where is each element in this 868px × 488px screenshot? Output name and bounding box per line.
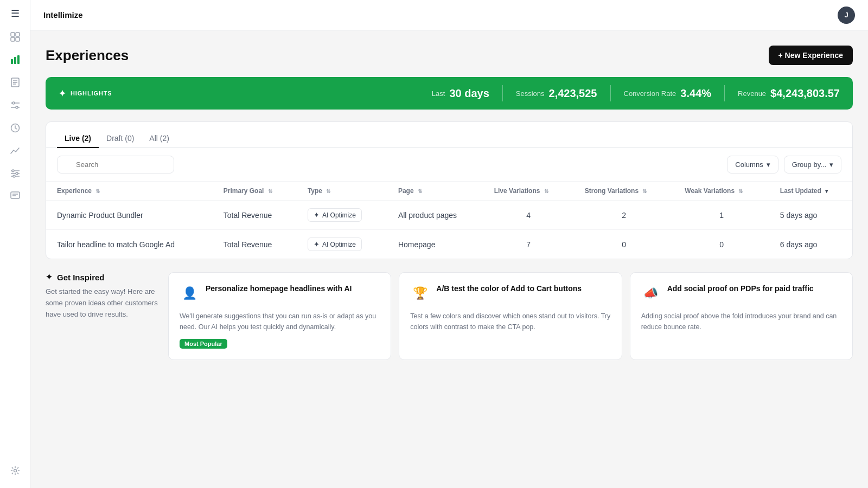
svg-rect-6 (17, 55, 20, 64)
card-title: A/B test the color of Add to Cart button… (436, 284, 582, 294)
th-last-updated[interactable]: Last Updated ▾ (769, 182, 852, 201)
sort-icon: ⇅ (642, 188, 647, 194)
highlights-last-stat: Last 30 days (432, 87, 489, 100)
th-page[interactable]: Page ⇅ (387, 182, 483, 201)
history-icon[interactable] (5, 118, 25, 138)
svg-point-11 (12, 102, 15, 104)
topbar: Intellimize J (30, 0, 868, 30)
get-inspired-title: ✦ Get Inspired (46, 272, 159, 282)
card-title: Add social proof on PDPs for paid traffi… (667, 284, 814, 294)
th-primary-goal[interactable]: Primary Goal ⇅ (213, 182, 297, 201)
main-content: Intellimize J Experiences + New Experien… (30, 0, 868, 488)
page-header: Experiences + New Experience (46, 46, 853, 65)
svg-rect-0 (11, 33, 15, 36)
card-header: 📣 Add social proof on PDPs for paid traf… (641, 284, 841, 303)
get-inspired-desc: Get started the easy way! Here are some … (46, 286, 159, 320)
cell-strong-variations: 2 (574, 201, 674, 230)
sort-icon: ⇅ (738, 188, 743, 194)
cell-experience: Dynamic Product Bundler (46, 201, 213, 230)
cell-last-updated: 5 days ago (769, 201, 852, 230)
wand-icon: ✦ (314, 211, 320, 219)
brand-name: Intellimize (43, 10, 83, 20)
content-area: Experiences + New Experience ✦ HIGHLIGHT… (30, 30, 868, 488)
tab-live[interactable]: Live (2) (57, 130, 99, 148)
cell-primary-goal: Total Revenue (213, 230, 297, 259)
highlights-conversion-stat: Conversion Rate 3.44% (624, 87, 712, 100)
svg-point-27 (14, 470, 16, 472)
page-title: Experiences (46, 47, 129, 64)
avatar[interactable]: J (838, 7, 855, 24)
tab-all[interactable]: All (2) (142, 130, 177, 148)
sort-desc-icon: ▾ (825, 188, 828, 194)
card-title: Personalize homepage headlines with AI (206, 284, 352, 294)
highlights-sessions-stat: Sessions 2,423,525 (516, 87, 597, 100)
wand-icon: ✦ (314, 240, 320, 248)
gear-bottom-icon[interactable] (5, 461, 25, 480)
search-wrapper (57, 156, 722, 174)
tune-icon[interactable] (5, 164, 25, 183)
tabs: Live (2) Draft (0) All (2) (46, 122, 852, 148)
cell-primary-goal: Total Revenue (213, 201, 297, 230)
card-description: We'll generate suggestions that you can … (180, 311, 380, 332)
highlights-label: ✦ HIGHLIGHTS (59, 88, 112, 99)
sparkle-icon: ✦ (59, 88, 66, 99)
new-experience-button[interactable]: + New Experience (769, 46, 853, 65)
cell-type: ✦ AI Optimize (297, 230, 387, 259)
svg-rect-3 (16, 37, 20, 41)
svg-point-21 (12, 170, 14, 172)
svg-point-22 (16, 172, 18, 175)
search-input[interactable] (57, 156, 174, 174)
ai-badge: ✦ AI Optimize (308, 208, 362, 222)
highlights-banner: ✦ HIGHLIGHTS Last 30 days Sessions 2,423… (46, 77, 853, 110)
card-description: Adding social proof above the fold intro… (641, 311, 841, 332)
inspiration-cards: 👤 Personalize homepage headlines with AI… (168, 272, 853, 360)
cell-live-variations: 4 (483, 201, 574, 230)
group-by-button[interactable]: Group by... ▾ (784, 156, 841, 174)
grid-icon[interactable] (5, 27, 25, 47)
th-strong-variations[interactable]: Strong Variations ⇅ (574, 182, 674, 201)
document-icon[interactable] (5, 73, 25, 92)
inspiration-card[interactable]: 📣 Add social proof on PDPs for paid traf… (630, 272, 853, 360)
inspiration-card[interactable]: 🏆 A/B test the color of Add to Cart butt… (399, 272, 622, 360)
ai-badge: ✦ AI Optimize (308, 237, 362, 251)
inspiration-card[interactable]: 👤 Personalize homepage headlines with AI… (168, 272, 391, 360)
th-weak-variations[interactable]: Weak Variations ⇅ (674, 182, 769, 201)
get-inspired-intro: ✦ Get Inspired Get started the easy way!… (46, 272, 159, 360)
svg-point-14 (16, 106, 18, 108)
svg-rect-24 (11, 192, 20, 198)
divider-2 (610, 85, 611, 101)
th-live-variations[interactable]: Live Variations ⇅ (483, 182, 574, 201)
sort-icon: ⇅ (268, 188, 272, 194)
analytics-icon[interactable] (5, 141, 25, 160)
table-row[interactable]: Dynamic Product Bundler Total Revenue ✦ … (46, 201, 852, 230)
card-icon: 🏆 (410, 284, 430, 303)
chart-bar-icon[interactable] (5, 50, 25, 69)
sort-icon: ⇅ (326, 188, 330, 194)
svg-rect-1 (16, 33, 20, 36)
sort-icon: ⇅ (95, 188, 100, 194)
th-experience[interactable]: Experience ⇅ (46, 182, 213, 201)
table-card: Live (2) Draft (0) All (2) Columns (46, 121, 853, 259)
cell-weak-variations: 0 (674, 230, 769, 259)
cell-page: Homepage (387, 230, 483, 259)
th-type[interactable]: Type ⇅ (297, 182, 387, 201)
card-description: Test a few colors and discover which one… (410, 311, 610, 332)
menu-icon[interactable]: ☰ (11, 8, 20, 20)
highlights-revenue-stat: Revenue $4,243,803.57 (738, 87, 840, 100)
table-row[interactable]: Tailor headline to match Google Ad Total… (46, 230, 852, 259)
get-inspired-section: ✦ Get Inspired Get started the easy way!… (46, 272, 853, 360)
cell-page: All product pages (387, 201, 483, 230)
cell-strong-variations: 0 (574, 230, 674, 259)
divider-1 (502, 85, 503, 101)
cell-experience: Tailor headline to match Google Ad (46, 230, 213, 259)
settings-sliders-icon[interactable] (5, 95, 25, 115)
svg-rect-2 (11, 37, 15, 41)
experiences-table: Experience ⇅ Primary Goal ⇅ Type ⇅ Page … (46, 181, 852, 259)
columns-button[interactable]: Columns ▾ (727, 156, 778, 174)
svg-point-23 (13, 175, 15, 177)
messages-icon[interactable] (5, 187, 25, 206)
cell-weak-variations: 1 (674, 201, 769, 230)
card-icon: 📣 (641, 284, 661, 303)
tab-draft[interactable]: Draft (0) (99, 130, 142, 148)
most-popular-badge: Most Popular (180, 339, 227, 349)
